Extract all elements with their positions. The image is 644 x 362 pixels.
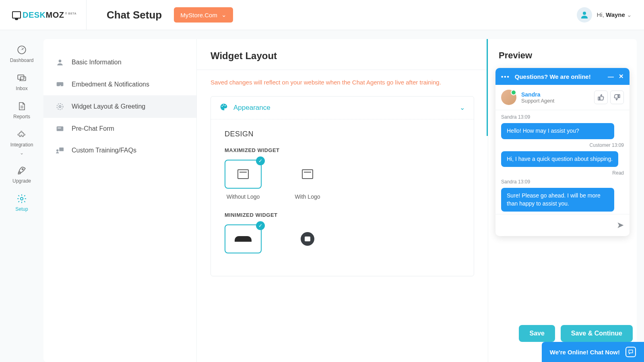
- document-icon: [17, 101, 27, 111]
- gear-icon: [56, 103, 64, 111]
- close-icon[interactable]: ✕: [619, 73, 624, 80]
- minimized-title: MINIMIZED WIDGET: [225, 212, 460, 218]
- chat-header-text: Questions? We are online!: [515, 73, 591, 80]
- chevron-down-icon: ⌄: [20, 150, 24, 156]
- read-indicator: Read: [501, 170, 624, 176]
- agent-name: Sandra: [521, 91, 554, 98]
- option-without-logo: ✓ Without Logo: [225, 160, 262, 200]
- check-icon: ✓: [256, 156, 265, 165]
- send-icon[interactable]: ➤: [617, 220, 624, 230]
- svg-point-8: [59, 106, 61, 108]
- user-icon: [56, 58, 64, 66]
- design-title: DESIGN: [225, 130, 460, 138]
- accordion-title: Appearance: [233, 104, 270, 112]
- preview-panel: Preview ••• Questions? We are online! — …: [488, 39, 637, 362]
- svg-point-9: [57, 104, 63, 110]
- nav-integration[interactable]: Integration ⌄: [10, 129, 33, 156]
- svg-rect-3: [21, 77, 26, 81]
- greeting[interactable]: Hi, Wayne ⌄: [597, 11, 632, 19]
- puzzle-icon: [17, 129, 27, 140]
- scroll-indicator: [487, 39, 488, 362]
- accordion-header[interactable]: Appearance ⌄: [211, 97, 474, 119]
- menu-dots-icon[interactable]: •••: [501, 73, 510, 80]
- svg-rect-2: [18, 75, 24, 79]
- agent-info: Sandra Support Agent: [521, 91, 554, 104]
- footer-buttons: Save Save & Continue: [519, 325, 633, 342]
- subnav-embedment[interactable]: Embedment & Notifications: [43, 74, 196, 95]
- save-button[interactable]: Save: [519, 325, 555, 342]
- nav-inbox[interactable]: Inbox: [16, 73, 27, 91]
- subnav-widget-layout[interactable]: Widget Layout & Greeting: [43, 95, 196, 118]
- chat-bubble-icon: [625, 347, 636, 357]
- notice-text: Saved changes will reflect on your websi…: [197, 70, 488, 91]
- subnav-prechat[interactable]: Pre-Chat Form: [43, 118, 196, 140]
- online-chat-bar[interactable]: We're Online! Chat Now!: [542, 342, 644, 362]
- maximized-options: ✓ Without Logo With Logo: [225, 160, 460, 200]
- avatar[interactable]: [577, 7, 592, 23]
- save-continue-button[interactable]: Save & Continue: [561, 325, 633, 342]
- thumbs-up-button[interactable]: [594, 90, 608, 104]
- svg-point-6: [59, 60, 62, 62]
- logo[interactable]: DESKMOZ® BETA: [12, 10, 76, 20]
- thumbs-down-button[interactable]: [610, 90, 624, 104]
- option-box-min-circle[interactable]: [289, 224, 326, 253]
- option-min-bar: ✓: [225, 224, 262, 253]
- svg-point-0: [583, 12, 586, 15]
- embed-icon: [56, 81, 64, 88]
- svg-point-13: [56, 149, 58, 151]
- accordion-appearance: Appearance ⌄ DESIGN MAXIMIZED WIDGET ✓ W: [211, 96, 474, 276]
- svg-point-16: [225, 105, 226, 106]
- agent-role: Support Agent: [521, 98, 554, 104]
- chevron-down-icon: ⌄: [460, 104, 465, 111]
- content: Basic Information Embedment & Notificati…: [43, 39, 637, 362]
- left-nav: Dashboard Inbox Reports Integration ⌄ Up…: [0, 39, 43, 362]
- accordion-body: DESIGN MAXIMIZED WIDGET ✓ Without Logo: [211, 119, 474, 276]
- main: Dashboard Inbox Reports Integration ⌄ Up…: [0, 30, 644, 362]
- chat-bubble: Hello! How may I assist you?: [501, 123, 614, 139]
- training-icon: [56, 147, 64, 154]
- chat-icon: [17, 73, 27, 83]
- subnav-training[interactable]: Custom Training/FAQs: [43, 140, 196, 161]
- message-meta: Sandra 13:09: [501, 114, 624, 120]
- chat-bubble: Sure! Please go ahead. I will be more th…: [501, 188, 614, 212]
- circle-chat-icon: [301, 232, 314, 246]
- nav-reports[interactable]: Reports: [13, 101, 30, 119]
- chat-input-row: ➤: [495, 214, 630, 236]
- logo-text: DESKMOZ® BETA: [23, 10, 76, 20]
- chevron-down-icon: ⌄: [221, 11, 227, 19]
- minimized-options: ✓: [225, 224, 460, 253]
- option-label: Without Logo: [227, 193, 260, 200]
- center-header: Widget Layout: [197, 39, 488, 70]
- nav-upgrade[interactable]: Upgrade: [12, 165, 31, 184]
- svg-point-5: [21, 197, 23, 200]
- svg-rect-12: [59, 148, 64, 151]
- widget-icon: [237, 169, 249, 179]
- store-dropdown[interactable]: MyStore.Com ⌄: [174, 7, 233, 23]
- option-with-logo: With Logo: [289, 160, 326, 200]
- option-label: With Logo: [295, 193, 320, 200]
- svg-point-4: [22, 169, 23, 170]
- option-box-with-logo[interactable]: [289, 160, 326, 189]
- logo-icon: [12, 11, 21, 19]
- nav-dashboard[interactable]: Dashboard: [10, 45, 34, 63]
- agent-actions: [594, 90, 624, 104]
- chat-input[interactable]: [501, 222, 617, 228]
- center-title: Widget Layout: [211, 50, 474, 62]
- topbar: DESKMOZ® BETA Chat Setup MyStore.Com ⌄ H…: [0, 0, 644, 30]
- center-panel: Widget Layout Saved changes will reflect…: [196, 39, 488, 362]
- form-icon: [56, 125, 64, 132]
- page-title: Chat Setup: [107, 9, 162, 21]
- svg-point-15: [223, 104, 224, 105]
- nav-setup[interactable]: Setup: [15, 193, 28, 212]
- svg-point-14: [222, 106, 223, 107]
- minimize-icon[interactable]: —: [608, 73, 614, 80]
- store-dropdown-label: MyStore.Com: [180, 12, 217, 19]
- option-box-min-bar[interactable]: ✓: [225, 224, 262, 253]
- option-box-without-logo[interactable]: ✓: [225, 160, 262, 189]
- topbar-right: Hi, Wayne ⌄: [577, 7, 632, 23]
- option-min-circle: [289, 224, 326, 253]
- subnav-basic-information[interactable]: Basic Information: [43, 51, 196, 74]
- subnav: Basic Information Embedment & Notificati…: [43, 39, 196, 362]
- chevron-down-icon: ⌄: [627, 11, 632, 18]
- online-bar-text: We're Online! Chat Now!: [550, 349, 620, 356]
